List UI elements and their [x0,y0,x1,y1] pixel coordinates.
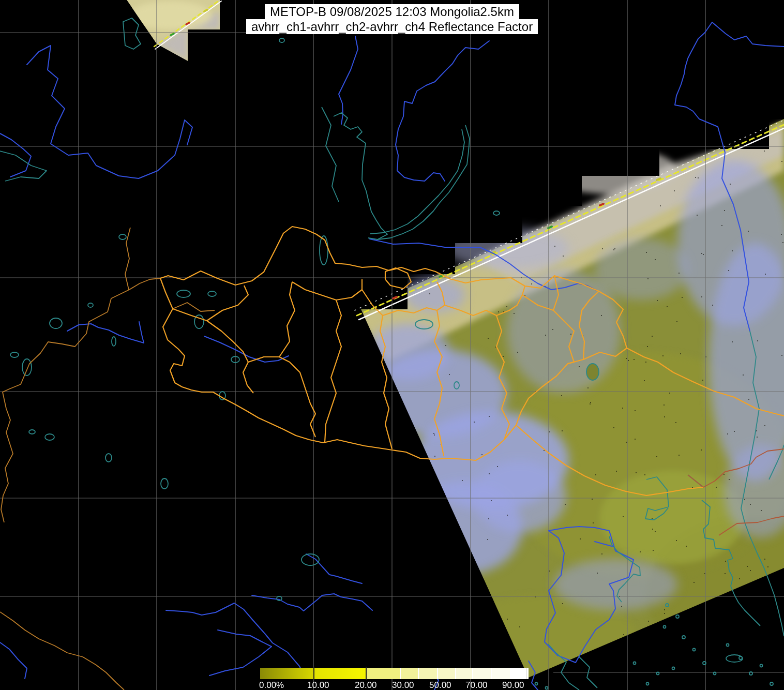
colorbar-label-30: 30.00 [392,680,414,690]
colorbar-seg-20-30 [366,668,400,679]
colorbar-label-50: 50.00 [429,680,451,690]
colorbar-seg-30-40 [400,668,418,679]
colorbar-label-20: 20.00 [355,680,377,690]
reflectance-colorbar [260,668,529,679]
colorbar-seg-50-60 [437,668,455,679]
colorbar-seg-60-70 [455,668,472,679]
colorbar-label-90: 90.00 [502,680,524,690]
colorbar-seg-0-10 [260,668,314,679]
title-block: METOP-B 09/08/2025 12:03 Mongolia2.5km a… [0,4,784,34]
colorbar-seg-40-50 [418,668,437,679]
colorbar-seg-70-80 [472,668,491,679]
colorbar-label-70: 70.00 [465,680,488,690]
colorbar-seg-90-100 [510,668,526,679]
title-line-1: METOP-B 09/08/2025 12:03 Mongolia2.5km [265,4,519,19]
colorbar-seg-80-90 [491,668,510,679]
colorbar-label-0: 0.00% [259,680,284,690]
colorbar-label-10: 10.00 [307,680,329,690]
colorbar-tick-20 [366,667,367,680]
satellite-image-viewer: METOP-B 09/08/2025 12:03 Mongolia2.5km a… [0,0,784,690]
colorbar-end-cap [526,668,529,679]
satellite-map [0,0,784,690]
colorbar-seg-10-20 [314,668,366,679]
title-line-2: avhrr_ch1-avhrr_ch2-avhrr_ch4 Reflectanc… [246,19,538,34]
colorbar-tick-10 [313,667,314,680]
